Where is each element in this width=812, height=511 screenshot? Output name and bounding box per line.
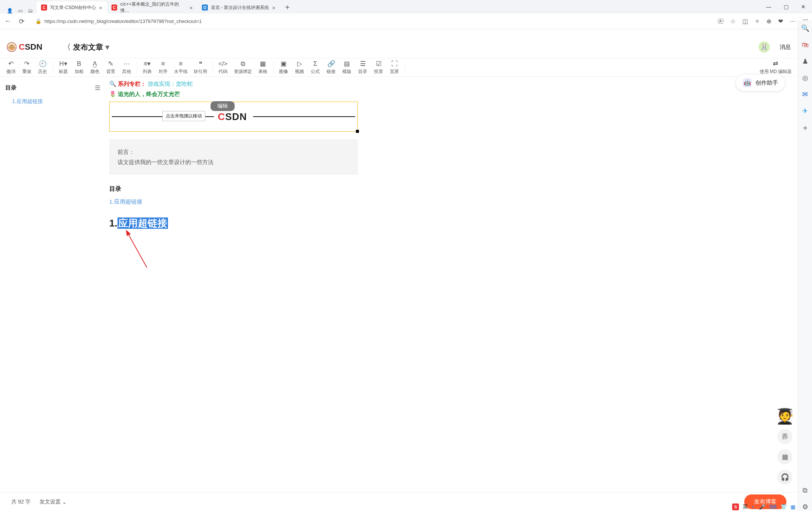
tab-title: 首页 - 算法设计在线评测系统 (211, 5, 269, 11)
window-controls: — ▢ ✕ (760, 0, 812, 14)
close-tab-icon[interactable]: × (99, 5, 102, 11)
close-tab-icon[interactable]: × (272, 5, 275, 11)
system-icons: 👤 ▭ 🗂 (3, 8, 37, 14)
search-rail-icon[interactable]: 🔍 (801, 24, 809, 29)
new-tab-button[interactable]: ＋ (280, 0, 295, 14)
address-actions: A⁾ ☆ ◫ ✧ ⊕ ❤ ⋯ ▣ (718, 18, 808, 25)
edge-sidebar: 🔍 🛍 ♟ ◎ ✉ ✈ ＋ ⧉ ⚙ (798, 20, 812, 29)
collections-icon[interactable]: ✧ (755, 18, 760, 25)
tab-title: c/c++基本概念_我们的五年的博… (120, 1, 186, 14)
more-icon[interactable]: ⋯ (790, 18, 796, 25)
minimize-button[interactable]: — (760, 0, 777, 14)
tabactions-icon[interactable]: 🗂 (28, 8, 33, 14)
url-field[interactable]: 🔒 https://mp.csdn.net/mp_blog/creation/e… (31, 15, 713, 27)
address-bar: ← ⟳ 🔒 https://mp.csdn.net/mp_blog/creati… (0, 14, 812, 29)
maximize-button[interactable]: ▢ (777, 0, 795, 14)
health-icon[interactable]: ❤ (778, 18, 783, 25)
workspaces-icon[interactable]: ▭ (18, 8, 23, 14)
back-button[interactable]: ← (4, 17, 12, 25)
url-text: https://mp.csdn.net/mp_blog/creation/edi… (44, 18, 201, 24)
favicon: C (41, 5, 47, 11)
close-tab-icon[interactable]: × (189, 5, 193, 11)
browser-tab[interactable]: Cc/c++基本概念_我们的五年的博…× (107, 2, 197, 14)
favorite-icon[interactable]: ☆ (730, 18, 736, 25)
favicon: O (202, 5, 208, 11)
browser-tab[interactable]: O首页 - 算法设计在线评测系统× (197, 2, 280, 14)
profile-icon[interactable]: 👤 (7, 8, 13, 14)
browser-tab[interactable]: C写文章-CSDN创作中心× (37, 2, 107, 14)
browser-tab-row: 👤 ▭ 🗂 C写文章-CSDN创作中心×Cc/c++基本概念_我们的五年的博…×… (0, 0, 812, 14)
tab-title: 写文章-CSDN创作中心 (50, 5, 96, 11)
split-icon[interactable]: ◫ (742, 18, 748, 25)
extensions-icon[interactable]: ⊕ (766, 18, 771, 25)
lock-icon: 🔒 (35, 18, 41, 24)
read-aloud-icon[interactable]: A⁾ (718, 19, 723, 24)
close-window-button[interactable]: ✕ (795, 0, 812, 14)
favicon: C (111, 5, 118, 11)
refresh-button[interactable]: ⟳ (17, 17, 26, 26)
